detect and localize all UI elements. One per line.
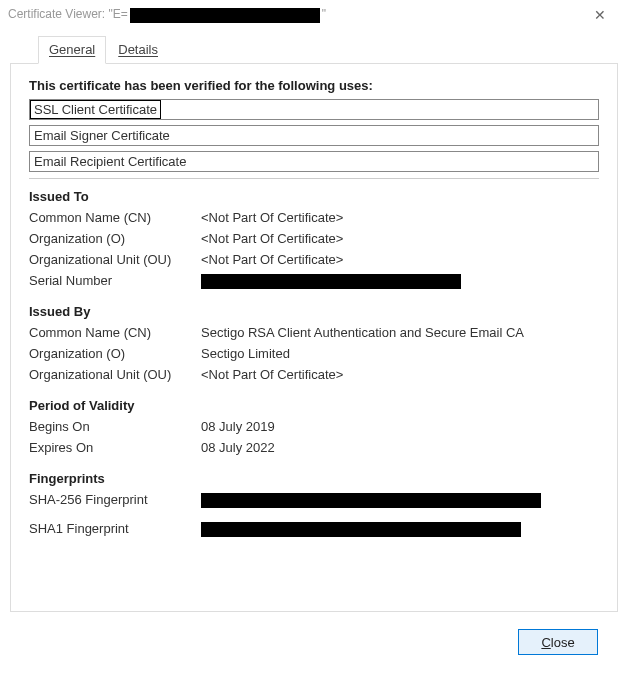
issued-to-serial-value [201,271,599,290]
validity-expires-row: Expires On 08 July 2022 [29,438,599,457]
validity-expires-label: Expires On [29,438,201,457]
tab-general[interactable]: General [38,36,106,64]
verified-heading: This certificate has been verified for t… [29,78,599,93]
redacted-sha256 [201,493,541,508]
validity-begins-row: Begins On 08 July 2019 [29,417,599,436]
use-email-recipient: Email Recipient Certificate [29,151,599,172]
dialog-footer: Close [10,620,618,674]
issued-by-cn-value: Sectigo RSA Client Authentication and Se… [201,323,599,342]
issued-by-ou-value: <Not Part Of Certificate> [201,365,599,384]
issued-to-o-value: <Not Part Of Certificate> [201,229,599,248]
close-button[interactable]: Close [518,629,598,655]
issued-to-o-label: Organization (O) [29,229,201,248]
fp-sha256-label: SHA-256 Fingerprint [29,490,201,509]
issued-to-o-row: Organization (O) <Not Part Of Certificat… [29,229,599,248]
issued-to-ou-value: <Not Part Of Certificate> [201,250,599,269]
tab-panel-general: This certificate has been verified for t… [10,63,618,612]
issued-by-ou-label: Organizational Unit (OU) [29,365,201,384]
validity-heading: Period of Validity [29,398,599,413]
issued-by-o-row: Organization (O) Sectigo Limited [29,344,599,363]
fp-sha1-label: SHA1 Fingerprint [29,519,201,538]
separator [29,178,599,179]
content-area: General Details This certificate has bee… [0,30,628,674]
use-ssl-client-label: SSL Client Certificate [30,100,161,119]
window-close-button[interactable]: ✕ [580,7,620,23]
redacted-sha1 [201,522,521,537]
use-ssl-client: SSL Client Certificate [29,99,599,120]
tab-details[interactable]: Details [108,37,168,63]
tab-general-label: General [49,42,95,57]
window-title: Certificate Viewer: "E=" [8,7,326,22]
validity-expires-value: 08 July 2022 [201,438,599,457]
issued-to-serial-label: Serial Number [29,271,201,290]
validity-begins-label: Begins On [29,417,201,436]
issued-to-cn-value: <Not Part Of Certificate> [201,208,599,227]
issued-to-cn-row: Common Name (CN) <Not Part Of Certificat… [29,208,599,227]
issued-to-ou-label: Organizational Unit (OU) [29,250,201,269]
close-button-label: Close [541,635,574,650]
close-icon: ✕ [594,7,606,23]
fp-sha1-row: SHA1 Fingerprint [29,519,599,538]
tab-strip: General Details [38,36,618,63]
fingerprints-heading: Fingerprints [29,471,599,486]
certificate-viewer-window: Certificate Viewer: "E=" ✕ General Detai… [0,0,628,674]
title-bar: Certificate Viewer: "E=" ✕ [0,0,628,30]
issued-by-heading: Issued By [29,304,599,319]
window-title-suffix: " [322,7,326,21]
issued-to-ou-row: Organizational Unit (OU) <Not Part Of Ce… [29,250,599,269]
issued-by-o-value: Sectigo Limited [201,344,599,363]
tab-details-label: Details [118,42,158,57]
issued-by-cn-label: Common Name (CN) [29,323,201,342]
redacted-serial [201,274,461,289]
issued-by-ou-row: Organizational Unit (OU) <Not Part Of Ce… [29,365,599,384]
use-email-signer-label: Email Signer Certificate [30,126,598,145]
fp-sha256-value [201,490,599,509]
issued-to-serial-row: Serial Number [29,271,599,290]
fp-sha1-value [201,519,599,538]
use-email-recipient-label: Email Recipient Certificate [30,152,598,171]
use-email-signer: Email Signer Certificate [29,125,599,146]
issued-to-heading: Issued To [29,189,599,204]
validity-begins-value: 08 July 2019 [201,417,599,436]
issued-to-cn-label: Common Name (CN) [29,208,201,227]
window-title-prefix: Certificate Viewer: "E= [8,7,128,21]
redacted-title-email [130,8,320,23]
issued-by-cn-row: Common Name (CN) Sectigo RSA Client Auth… [29,323,599,342]
fp-sha256-row: SHA-256 Fingerprint [29,490,599,509]
issued-by-o-label: Organization (O) [29,344,201,363]
